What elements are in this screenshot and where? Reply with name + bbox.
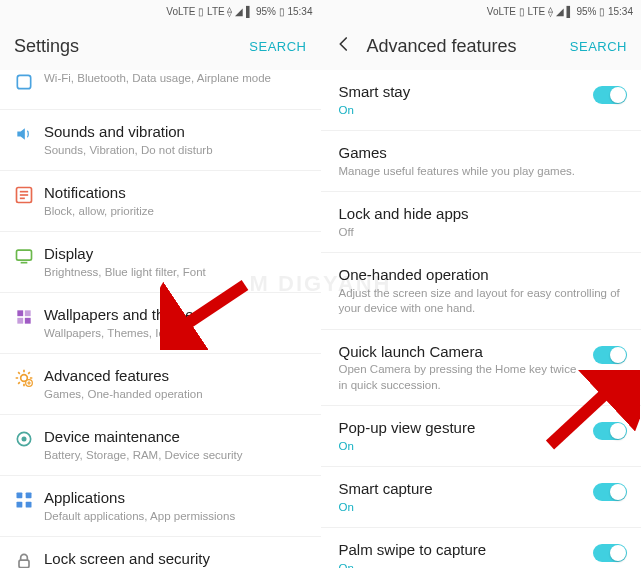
row-toggle-container bbox=[587, 82, 627, 104]
display-icon bbox=[14, 244, 44, 266]
row-subtitle: On bbox=[339, 439, 588, 455]
row-title: Sounds and vibration bbox=[44, 122, 307, 142]
row-title: Notifications bbox=[44, 183, 307, 203]
row-subtitle: Sounds, Vibration, Do not disturb bbox=[44, 143, 307, 159]
row-subtitle: Block, allow, prioritize bbox=[44, 204, 307, 220]
feature-row[interactable]: Pop-up view gestureOn bbox=[321, 406, 642, 467]
row-body: Lock and hide appsOff bbox=[339, 204, 628, 240]
row-toggle-container bbox=[587, 479, 627, 501]
row-title: Quick launch Camera bbox=[339, 342, 588, 362]
header: Settings SEARCH bbox=[0, 22, 321, 70]
row-subtitle: Open Camera by pressing the Home key twi… bbox=[339, 362, 588, 393]
header: Advanced features SEARCH bbox=[321, 22, 642, 70]
svg-rect-17 bbox=[17, 493, 23, 499]
search-button[interactable]: SEARCH bbox=[570, 39, 627, 54]
settings-row-lock[interactable]: Lock screen and securityLock screen, Fin… bbox=[0, 537, 321, 568]
settings-row-maintenance[interactable]: Device maintenanceBattery, Storage, RAM,… bbox=[0, 415, 321, 476]
row-body: GamesManage useful features while you pl… bbox=[339, 143, 628, 179]
page-title: Settings bbox=[14, 36, 249, 57]
status-bar: VoLTE ▯ LTE ⟠ ◢ ▌ 95% ▯ 15:34 bbox=[0, 0, 321, 22]
row-subtitle: Brightness, Blue light filter, Font bbox=[44, 265, 307, 281]
settings-row-connections[interactable]: ConnectionsWi-Fi, Bluetooth, Data usage,… bbox=[0, 70, 321, 110]
toggle-switch[interactable] bbox=[593, 86, 627, 104]
row-subtitle: Wallpapers, Themes, Icons bbox=[44, 326, 307, 342]
row-body: ApplicationsDefault applications, App pe… bbox=[44, 488, 307, 524]
row-body: Wallpapers and themesWallpapers, Themes,… bbox=[44, 305, 307, 341]
row-subtitle: Off bbox=[339, 225, 628, 241]
toggle-switch[interactable] bbox=[593, 346, 627, 364]
advanced-icon bbox=[14, 366, 44, 388]
row-title: Lock and hide apps bbox=[339, 204, 628, 224]
feature-row[interactable]: Palm swipe to captureOn bbox=[321, 528, 642, 568]
row-body: Advanced featuresGames, One-handed opera… bbox=[44, 366, 307, 402]
feature-row[interactable]: GamesManage useful features while you pl… bbox=[321, 131, 642, 192]
settings-row-advanced[interactable]: Advanced featuresGames, One-handed opera… bbox=[0, 354, 321, 415]
settings-row-display[interactable]: DisplayBrightness, Blue light filter, Fo… bbox=[0, 232, 321, 293]
row-subtitle: Battery, Storage, RAM, Device security bbox=[44, 448, 307, 464]
settings-row-wallpaper[interactable]: Wallpapers and themesWallpapers, Themes,… bbox=[0, 293, 321, 354]
row-toggle-container bbox=[587, 342, 627, 364]
status-bar: VoLTE ▯ LTE ⟠ ◢ ▌ 95% ▯ 15:34 bbox=[321, 0, 642, 22]
features-list: Smart stayOnGamesManage useful features … bbox=[321, 70, 642, 568]
status-indicators: VoLTE ▯ LTE ⟠ ◢ ▌ 95% ▯ 15:34 bbox=[487, 6, 633, 17]
advanced-features-screen: VoLTE ▯ LTE ⟠ ◢ ▌ 95% ▯ 15:34 Advanced f… bbox=[321, 0, 642, 568]
status-indicators: VoLTE ▯ LTE ⟠ ◢ ▌ 95% ▯ 15:34 bbox=[166, 6, 312, 17]
search-button[interactable]: SEARCH bbox=[249, 39, 306, 54]
feature-row[interactable]: Smart captureOn bbox=[321, 467, 642, 528]
row-toggle-container bbox=[587, 540, 627, 562]
row-title: One-handed operation bbox=[339, 265, 628, 285]
row-title: Smart stay bbox=[339, 82, 588, 102]
svg-rect-5 bbox=[17, 250, 32, 260]
settings-row-apps[interactable]: ApplicationsDefault applications, App pe… bbox=[0, 476, 321, 537]
row-body: DisplayBrightness, Blue light filter, Fo… bbox=[44, 244, 307, 280]
row-body: Quick launch CameraOpen Camera by pressi… bbox=[339, 342, 588, 394]
row-title: Palm swipe to capture bbox=[339, 540, 588, 560]
row-title: Pop-up view gesture bbox=[339, 418, 588, 438]
row-subtitle: Adjust the screen size and layout for ea… bbox=[339, 286, 628, 317]
notif-icon bbox=[14, 183, 44, 205]
apps-icon bbox=[14, 488, 44, 510]
wallpaper-icon bbox=[14, 305, 44, 327]
svg-rect-10 bbox=[25, 318, 31, 324]
row-title: Device maintenance bbox=[44, 427, 307, 447]
settings-row-notif[interactable]: NotificationsBlock, allow, prioritize bbox=[0, 171, 321, 232]
svg-rect-8 bbox=[25, 310, 31, 316]
settings-screen: VoLTE ▯ LTE ⟠ ◢ ▌ 95% ▯ 15:34 Settings S… bbox=[0, 0, 321, 568]
row-title: Applications bbox=[44, 488, 307, 508]
feature-row[interactable]: Quick launch CameraOpen Camera by pressi… bbox=[321, 330, 642, 407]
row-body: Palm swipe to captureOn bbox=[339, 540, 588, 568]
svg-rect-21 bbox=[19, 560, 29, 568]
row-body: Smart captureOn bbox=[339, 479, 588, 515]
row-subtitle: On bbox=[339, 500, 588, 516]
row-subtitle: Default applications, App permissions bbox=[44, 509, 307, 525]
row-body: Sounds and vibrationSounds, Vibration, D… bbox=[44, 122, 307, 158]
row-title: Lock screen and security bbox=[44, 549, 307, 568]
row-title: Wallpapers and themes bbox=[44, 305, 307, 325]
settings-row-sound[interactable]: Sounds and vibrationSounds, Vibration, D… bbox=[0, 110, 321, 171]
lock-icon bbox=[14, 549, 44, 568]
svg-rect-0 bbox=[17, 75, 30, 88]
row-subtitle: Wi-Fi, Bluetooth, Data usage, Airplane m… bbox=[44, 71, 307, 87]
svg-rect-7 bbox=[17, 310, 23, 316]
svg-rect-19 bbox=[17, 502, 23, 508]
feature-row[interactable]: One-handed operationAdjust the screen si… bbox=[321, 253, 642, 330]
svg-rect-20 bbox=[26, 502, 32, 508]
row-body: NotificationsBlock, allow, prioritize bbox=[44, 183, 307, 219]
row-body: One-handed operationAdjust the screen si… bbox=[339, 265, 628, 317]
row-body: ConnectionsWi-Fi, Bluetooth, Data usage,… bbox=[44, 70, 307, 87]
row-subtitle: On bbox=[339, 561, 588, 568]
back-icon[interactable] bbox=[335, 35, 359, 58]
feature-row[interactable]: Lock and hide appsOff bbox=[321, 192, 642, 253]
row-body: Smart stayOn bbox=[339, 82, 588, 118]
feature-row[interactable]: Smart stayOn bbox=[321, 70, 642, 131]
row-title: Smart capture bbox=[339, 479, 588, 499]
toggle-switch[interactable] bbox=[593, 422, 627, 440]
row-title: Games bbox=[339, 143, 628, 163]
row-subtitle: On bbox=[339, 103, 588, 119]
svg-rect-18 bbox=[26, 493, 32, 499]
toggle-switch[interactable] bbox=[593, 483, 627, 501]
toggle-switch[interactable] bbox=[593, 544, 627, 562]
row-title: Display bbox=[44, 244, 307, 264]
row-body: Pop-up view gestureOn bbox=[339, 418, 588, 454]
connections-icon bbox=[14, 70, 44, 92]
